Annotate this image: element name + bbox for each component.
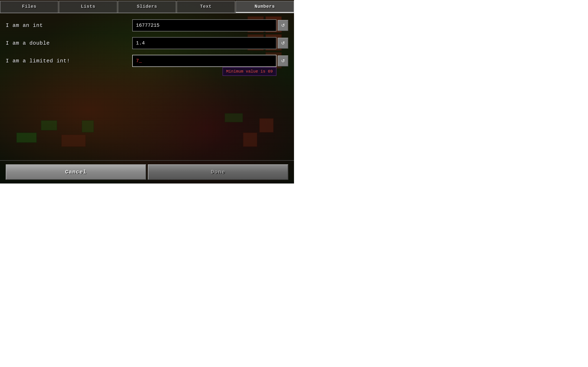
limited-int-reset-button[interactable]: ↺ <box>278 55 288 67</box>
main-container: Files Lists Sliders Text Numbers I am an… <box>0 0 294 184</box>
limited-int-label: I am a limited int! <box>6 58 132 64</box>
tab-numbers[interactable]: Numbers <box>236 1 294 13</box>
limited-int-input-group: ↺ <box>132 55 288 67</box>
int-input[interactable] <box>132 19 277 31</box>
tab-lists[interactable]: Lists <box>59 1 117 13</box>
limited-int-input[interactable] <box>132 55 277 67</box>
bottom-bar: Cancel Done <box>0 160 294 184</box>
int-input-group: ↺ <box>132 19 288 31</box>
validation-tooltip: Minimum value is 69 <box>223 67 277 76</box>
tab-sliders[interactable]: Sliders <box>118 1 176 13</box>
content-area: I am an int ↺ I am a double ↺ I am a lim… <box>0 13 294 160</box>
tab-bar: Files Lists Sliders Text Numbers <box>0 0 294 13</box>
double-field-row: I am a double ↺ <box>6 37 288 49</box>
tab-text[interactable]: Text <box>177 1 235 13</box>
tab-files[interactable]: Files <box>0 1 58 13</box>
cancel-button[interactable]: Cancel <box>6 164 146 180</box>
limited-int-field-row: I am a limited int! ↺ Minimum value is 6… <box>6 55 288 67</box>
double-label: I am a double <box>6 40 132 46</box>
double-input-group: ↺ <box>132 37 288 49</box>
double-input[interactable] <box>132 37 277 49</box>
int-field-row: I am an int ↺ <box>6 19 288 31</box>
done-button[interactable]: Done <box>148 164 288 180</box>
int-label: I am an int <box>6 22 132 29</box>
double-reset-button[interactable]: ↺ <box>278 38 288 49</box>
int-reset-button[interactable]: ↺ <box>278 20 288 31</box>
